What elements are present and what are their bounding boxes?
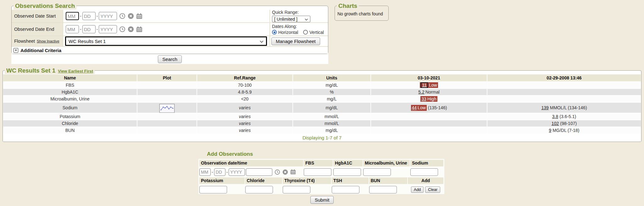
additional-criteria-toggle[interactable]: Additional Criteria (14, 48, 61, 53)
column-header-units: Units (293, 74, 370, 81)
value-cell-date2: 9MG/DL (7-18) (487, 127, 641, 133)
end-month-input[interactable] (66, 25, 79, 33)
start-clear-x-circle-icon[interactable] (128, 13, 134, 19)
results-row-chloride: Chloride varies mmol/L 102(98-107) (3, 120, 641, 127)
hgba1c-input[interactable] (333, 168, 361, 176)
search-button[interactable]: Search (158, 55, 182, 63)
results-row-microalbumin: Microalbumin, Urine <20 mg/L 33High (3, 96, 641, 102)
start-month-input[interactable] (66, 12, 79, 20)
show-inactive-link[interactable]: Show Inactive (37, 39, 59, 43)
units: % (293, 89, 370, 95)
thyroxine-input[interactable] (283, 186, 310, 193)
results-legend-title: WC Results Set 1 (6, 67, 55, 74)
range-suffix: MG/DL (7-18) (552, 128, 579, 133)
add-day-input[interactable] (214, 168, 225, 176)
add-time-input[interactable] (246, 168, 272, 176)
observed-date-start-cell: - - (63, 10, 269, 22)
value-cell-date1 (371, 127, 487, 133)
view-earliest-first-link[interactable]: View Earliest First (58, 69, 93, 73)
potassium-input[interactable] (199, 186, 227, 193)
quick-range-label: Quick Range: (272, 10, 299, 15)
value-link[interactable]: 11 (422, 83, 427, 88)
start-time-clock-icon[interactable] (119, 13, 125, 19)
hgba1c-input-cell (333, 168, 363, 176)
radio-horizontal[interactable]: Horizontal (272, 30, 298, 35)
observations-search-grid: Observed Date Start - - (12, 10, 328, 54)
value-link[interactable]: 139 (541, 105, 548, 110)
date-separator: - (212, 170, 213, 175)
add-year-input[interactable] (229, 168, 245, 176)
value-link[interactable]: 44 (412, 105, 417, 110)
start-day-input[interactable] (82, 12, 96, 20)
radio-vertical[interactable]: Vertical (303, 30, 324, 35)
end-time-clock-icon[interactable] (119, 26, 125, 32)
dates-along-cell: Dates Along: Horizontal Vertical (270, 23, 328, 35)
results-row-potassium: Potassium varies mmol/L 3.8(3.6-5.1) (3, 113, 641, 120)
quick-range-select[interactable]: [ Unlimited ] (272, 16, 310, 22)
add-time-clock-icon[interactable] (275, 169, 280, 175)
header-microalbumin: Microalbumin, Urine (363, 160, 410, 166)
flowsheet-page: Observations Search Observed Date Start … (0, 0, 644, 206)
value-cell-date1: 33High (371, 96, 487, 102)
value-link[interactable]: 3.8 (552, 114, 558, 119)
quick-range-cell: Quick Range: [ Unlimited ] (270, 10, 328, 22)
range-suffix: (3.6-5.1) (559, 114, 576, 119)
clear-button[interactable]: Clear (425, 187, 440, 193)
header-potassium: Potassium (199, 177, 245, 184)
value-link[interactable]: 102 (552, 121, 559, 126)
observed-date-end-inputs: - - (66, 25, 142, 33)
abnormal-flag: High (427, 96, 436, 101)
submit-row: Submit (0, 196, 644, 204)
observation-name: BUN (3, 127, 137, 133)
end-day-input[interactable] (82, 25, 96, 33)
end-clear-x-circle-icon[interactable] (128, 26, 134, 32)
plus-box-icon[interactable] (14, 48, 18, 53)
sparkline-plot-thumbnail[interactable] (159, 104, 175, 113)
value-cell-date2: 139MMOL/L (134-146) (487, 103, 641, 113)
charts-legend: Charts (337, 3, 359, 9)
bun-input[interactable] (369, 186, 397, 193)
microalbumin-input[interactable] (363, 168, 391, 176)
charts-empty-message: No growth charts found (337, 11, 388, 16)
add-input-row-2: Add Clear (199, 185, 443, 194)
plot-cell (137, 120, 197, 127)
chloride-input[interactable] (245, 186, 273, 193)
date-separator: - (80, 27, 81, 32)
add-clear-x-circle-icon[interactable] (282, 169, 288, 175)
add-button[interactable]: Add (411, 187, 424, 193)
value-cell-date2 (487, 82, 641, 88)
end-calendar-icon[interactable] (136, 26, 142, 32)
abnormal-value-badge: 44Low (411, 105, 427, 111)
quick-range-value: [ Unlimited ] (274, 17, 297, 22)
column-header-refrange: Ref.Range (197, 74, 292, 81)
add-calendar-icon[interactable] (290, 169, 296, 175)
radio-horizontal-button[interactable] (272, 30, 277, 35)
observation-name: Potassium (3, 113, 137, 120)
add-month-input[interactable] (199, 168, 211, 176)
value-link[interactable]: 5.2 (418, 89, 424, 95)
value-cell-date2 (487, 96, 641, 102)
start-year-input[interactable] (99, 12, 117, 20)
fbs-input[interactable] (304, 168, 331, 176)
radio-horizontal-label: Horizontal (278, 30, 298, 35)
flowsheet-select[interactable]: WC Results Set 1 (65, 36, 267, 46)
manage-flowsheet-button[interactable]: Manage Flowsheet (271, 37, 320, 45)
ref-range: varies (197, 127, 292, 133)
value-cell-date2: 3.8(3.6-5.1) (487, 113, 641, 120)
units: mmol/L (293, 120, 370, 127)
sodium-input[interactable] (410, 168, 438, 176)
chloride-input-cell (245, 186, 282, 193)
value-link[interactable]: 33 (421, 96, 426, 101)
header-bun: BUN (369, 177, 408, 184)
add-header-row-1: Observation date/time FBS HgbA1C Microal… (199, 160, 443, 166)
submit-button[interactable]: Submit (310, 196, 334, 204)
value-link[interactable]: 9 (549, 128, 552, 133)
start-calendar-icon[interactable] (136, 13, 142, 19)
tsh-input[interactable] (332, 186, 359, 193)
end-year-input[interactable] (99, 25, 117, 33)
header-hgba1c: HgbA1C (333, 160, 363, 166)
radio-vertical-button[interactable] (303, 30, 308, 35)
column-header-name: Name (3, 74, 137, 81)
add-input-row-1: - - (199, 167, 443, 177)
observed-date-start-inputs: - - (66, 12, 142, 20)
